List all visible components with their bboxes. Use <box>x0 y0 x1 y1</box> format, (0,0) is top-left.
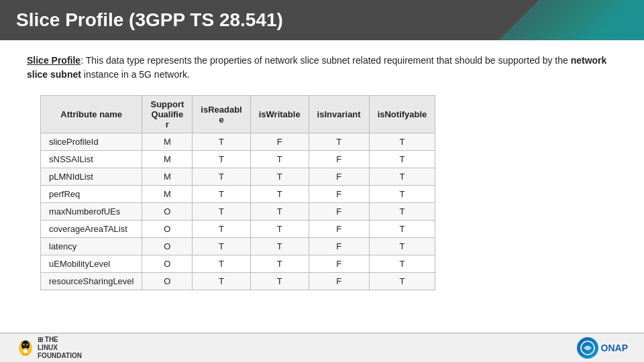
linux-text: ⊞ THE LINUX FOUNDATION <box>38 336 82 360</box>
cell-value: T <box>250 238 309 255</box>
cell-value: T <box>369 221 435 238</box>
cell-value: T <box>369 133 435 151</box>
cell-value: O <box>142 273 193 290</box>
description-text: Slice Profile: This data type represents… <box>27 54 617 82</box>
cell-value: O <box>142 255 193 273</box>
svg-point-5 <box>27 345 28 346</box>
cell-value: M <box>142 168 193 186</box>
col-header-support: SupportQualifier <box>142 96 193 133</box>
cell-value: M <box>142 186 193 203</box>
table-row: coverageAreaTAListOTTFT <box>41 221 435 238</box>
description-suffix: instance in a 5G network. <box>81 69 190 80</box>
cell-value: T <box>193 255 250 273</box>
table-row: resourceSharingLevelOTTFT <box>41 273 435 290</box>
cell-value: T <box>250 255 309 273</box>
table-row: sNSSAIListMTTFT <box>41 151 435 168</box>
cell-value: T <box>369 186 435 203</box>
attributes-table: Attribute name SupportQualifier isReadab… <box>40 95 435 290</box>
col-header-readable: isReadable <box>193 96 250 133</box>
cell-value: F <box>309 273 369 290</box>
cell-value: F <box>250 133 309 151</box>
cell-value: T <box>369 168 435 186</box>
page-footer: ⊞ THE LINUX FOUNDATION ONAP <box>0 333 644 362</box>
table-row: maxNumberofUEsOTTFT <box>41 203 435 221</box>
main-content: Slice Profile: This data type represents… <box>0 40 644 304</box>
cell-attribute-name: latency <box>41 238 142 255</box>
page-title: Slice Profile (3GPP TS 28.541) <box>16 9 283 30</box>
svg-rect-9 <box>23 353 25 355</box>
cell-value: F <box>309 203 369 221</box>
linux-penguin-icon <box>16 339 35 357</box>
cell-value: T <box>309 133 369 151</box>
cell-attribute-name: sNSSAIList <box>41 151 142 168</box>
cell-value: T <box>193 151 250 168</box>
col-header-writable: isWritable <box>250 96 309 133</box>
cell-value: F <box>309 151 369 168</box>
cell-attribute-name: maxNumberofUEs <box>41 203 142 221</box>
cell-value: T <box>250 203 309 221</box>
onap-logo: ONAP <box>577 337 628 359</box>
onap-icon <box>577 337 598 359</box>
cell-value: T <box>193 238 250 255</box>
cell-value: M <box>142 133 193 151</box>
cell-value: T <box>369 238 435 255</box>
cell-value: T <box>193 133 250 151</box>
cell-value: T <box>369 255 435 273</box>
cell-value: T <box>250 273 309 290</box>
description-bold: Slice Profile <box>27 55 80 66</box>
table-row: uEMobilityLevelOTTFT <box>41 255 435 273</box>
description-intro: : This data type represents the properti… <box>80 55 571 66</box>
cell-value: F <box>309 168 369 186</box>
cell-value: M <box>142 151 193 168</box>
page-header: Slice Profile (3GPP TS 28.541) <box>0 0 644 40</box>
cell-value: O <box>142 221 193 238</box>
cell-value: F <box>309 238 369 255</box>
svg-point-6 <box>25 346 26 347</box>
cell-value: T <box>193 168 250 186</box>
cell-value: T <box>250 168 309 186</box>
cell-value: T <box>193 273 250 290</box>
table-row: latencyOTTFT <box>41 238 435 255</box>
cell-value: O <box>142 203 193 221</box>
footer-left: ⊞ THE LINUX FOUNDATION <box>16 336 82 360</box>
linux-foundation-logo: ⊞ THE LINUX FOUNDATION <box>16 336 82 360</box>
cell-value: F <box>309 255 369 273</box>
cell-value: O <box>142 238 193 255</box>
cell-value: F <box>309 221 369 238</box>
cell-value: T <box>369 151 435 168</box>
cell-value: T <box>193 203 250 221</box>
onap-label: ONAP <box>601 343 628 353</box>
col-header-invariant: isInvariant <box>309 96 369 133</box>
cell-attribute-name: resourceSharingLevel <box>41 273 142 290</box>
svg-point-8 <box>23 350 28 353</box>
cell-value: T <box>250 151 309 168</box>
cell-attribute-name: pLMNIdList <box>41 168 142 186</box>
table-row: perfReqMTTFT <box>41 186 435 203</box>
table-row: pLMNIdListMTTFT <box>41 168 435 186</box>
cell-value: T <box>193 186 250 203</box>
col-header-attribute: Attribute name <box>41 96 142 133</box>
cell-value: F <box>309 186 369 203</box>
cell-attribute-name: sliceProfileId <box>41 133 142 151</box>
cell-attribute-name: coverageAreaTAList <box>41 221 142 238</box>
cell-attribute-name: uEMobilityLevel <box>41 255 142 273</box>
cell-value: T <box>250 186 309 203</box>
table-wrapper: Attribute name SupportQualifier isReadab… <box>40 95 617 290</box>
cell-value: T <box>193 221 250 238</box>
cell-attribute-name: perfReq <box>41 186 142 203</box>
cell-value: T <box>369 273 435 290</box>
cell-value: T <box>369 203 435 221</box>
cell-value: T <box>250 221 309 238</box>
table-row: sliceProfileIdMTFTT <box>41 133 435 151</box>
col-header-notifyable: isNotifyable <box>369 96 435 133</box>
svg-point-4 <box>23 345 24 346</box>
svg-rect-10 <box>26 353 28 355</box>
